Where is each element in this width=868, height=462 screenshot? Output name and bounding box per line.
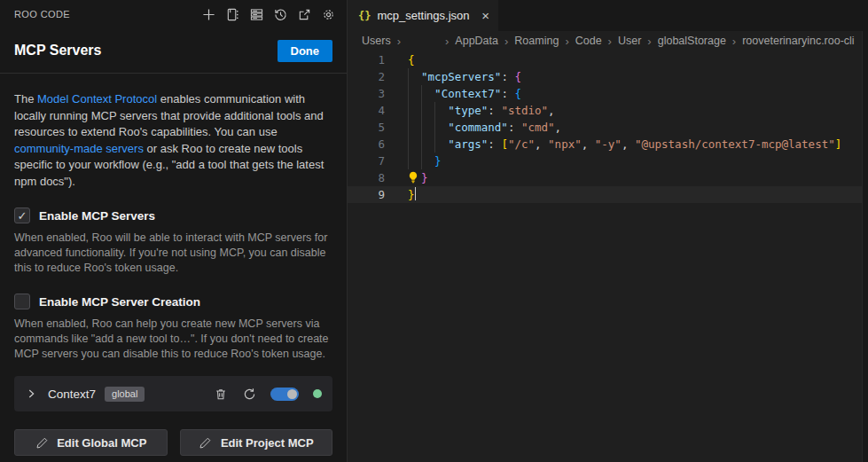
edit-project-mcp-button[interactable]: Edit Project MCP [180, 429, 333, 456]
server-scope-badge: global [105, 387, 145, 402]
breadcrumb-item[interactable]: User [618, 35, 641, 47]
code-token: : [501, 87, 514, 100]
server-enabled-toggle[interactable] [270, 388, 299, 401]
enable-mcp-creation-section: Enable MCP Server Creation When enabled,… [14, 294, 332, 362]
enable-mcp-servers-label: Enable MCP Servers [39, 209, 155, 223]
mcp-intro-text: The Model Context Protocol enables commu… [14, 91, 332, 190]
pencil-icon [35, 435, 49, 450]
breadcrumb-item[interactable]: Roaming [514, 35, 559, 47]
edit-global-label: Edit Global MCP [57, 436, 146, 450]
code-line-2[interactable]: 2 "mcpServers": { [348, 68, 868, 85]
edit-buttons-row: Edit Global MCP Edit Project MCP [14, 429, 332, 456]
roo-code-panel: ROO CODE MCP Servers Done The Model Cont… [0, 0, 347, 462]
code-token: } [434, 154, 442, 168]
line-number: 5 [348, 119, 385, 136]
delete-server-icon[interactable] [214, 387, 228, 401]
notebook-icon[interactable] [225, 7, 240, 22]
breadcrumb-item[interactable]: Users [362, 35, 391, 47]
indent-guide [408, 136, 409, 153]
code-token: ] [835, 137, 842, 151]
intro-link[interactable]: Model Context Protocol [37, 92, 157, 106]
breadcrumb-separator: › [397, 35, 401, 48]
header-divider [0, 73, 347, 74]
breadcrumb-separator: › [565, 35, 568, 48]
edit-global-mcp-button[interactable]: Edit Global MCP [14, 429, 168, 456]
server-name[interactable]: Context7 [48, 388, 96, 401]
code-line-8[interactable]: 8} [348, 169, 868, 186]
indent-guide [421, 153, 422, 169]
code-token: } [421, 171, 428, 184]
code-token [408, 104, 448, 117]
editor-group: {} mcp_settings.json × Users››AppData›Ro… [347, 0, 868, 462]
code-token: [ [501, 137, 508, 151]
line-number: 7 [348, 153, 385, 169]
edit-project-label: Edit Project MCP [221, 436, 314, 450]
breadcrumb-item[interactable]: rooveterinaryinc.roo-cli [742, 35, 854, 47]
line-number: 3 [348, 85, 385, 102]
chevron-right-icon[interactable] [25, 387, 39, 401]
breadcrumb-item[interactable]: globalStorage [658, 35, 726, 47]
breadcrumb-separator: › [608, 35, 612, 48]
code-line-7[interactable]: 7 } [348, 153, 868, 169]
code-token: "@upstash/context7-mcp@latest" [635, 137, 835, 151]
breadcrumb-separator: › [504, 35, 508, 48]
tab-filename: mcp_settings.json [377, 9, 469, 22]
panel-toolbar [201, 7, 336, 22]
enable-mcp-servers-section: ✓ Enable MCP Servers When enabled, Roo w… [14, 208, 332, 276]
code-token: { [514, 70, 521, 83]
code-token: , [582, 137, 595, 151]
code-lines[interactable]: 1{2 "mcpServers": {3 "Context7": {4 "typ… [348, 51, 868, 203]
code-token: "stdio" [501, 104, 548, 117]
enable-mcp-creation-label: Enable MCP Server Creation [39, 295, 200, 309]
gear-icon[interactable] [321, 7, 336, 22]
breadcrumb-item[interactable]: AppData [455, 35, 498, 47]
code-line-3[interactable]: 3 "Context7": { [348, 85, 868, 102]
indent-guide [434, 136, 435, 153]
history-icon[interactable] [273, 7, 288, 22]
editor-scrollbar[interactable] [862, 31, 868, 462]
line-number: 6 [348, 136, 385, 153]
indent-guide [421, 102, 422, 119]
breadcrumb: Users››AppData›Roaming›Code›User›globalS… [348, 31, 868, 51]
plus-icon[interactable] [201, 7, 216, 22]
breadcrumb-separator: › [445, 35, 449, 48]
indent-guide [408, 68, 409, 85]
tab-bar: {} mcp_settings.json × [348, 0, 868, 31]
vscode-window: ROO CODE MCP Servers Done The Model Cont… [0, 0, 868, 462]
code-line-6[interactable]: 6 "args": ["/c", "npx", "-y", "@upstash/… [348, 136, 868, 153]
breadcrumb-separator: › [647, 35, 651, 48]
code-line-4[interactable]: 4 "type": "stdio", [348, 102, 868, 119]
code-token: , [535, 137, 548, 151]
tab-mcp-settings-json[interactable]: {} mcp_settings.json × [348, 0, 498, 31]
code-token: : [488, 104, 501, 117]
indent-guide [408, 119, 409, 136]
title-row: MCP Servers Done [0, 28, 347, 73]
enable-mcp-servers-checkbox[interactable]: ✓ [14, 208, 30, 223]
done-button[interactable]: Done [278, 40, 333, 62]
code-token: { [514, 87, 521, 100]
open-external-icon[interactable] [297, 7, 312, 22]
code-line-5[interactable]: 5 "command": "cmd", [348, 119, 868, 136]
line-number: 4 [348, 102, 385, 119]
code-token: : [501, 70, 514, 83]
mcp-server-row-context7: Context7 global [14, 376, 332, 411]
restart-server-icon[interactable] [242, 387, 256, 401]
enable-mcp-creation-checkbox[interactable] [14, 294, 30, 309]
breadcrumb-item[interactable]: Code [575, 35, 602, 47]
code-line-9[interactable]: 9} [348, 186, 868, 203]
code-token: : [508, 121, 521, 134]
code-token: : [488, 137, 501, 151]
code-token: , [548, 104, 555, 117]
extension-title: ROO CODE [14, 9, 70, 20]
server-stack-icon[interactable] [249, 7, 264, 22]
code-token [408, 70, 421, 83]
intro-link[interactable]: community-made servers [14, 142, 144, 155]
code-token: "/c" [508, 137, 535, 151]
indent-guide [421, 136, 422, 153]
toggle-knob [287, 389, 297, 399]
code-token: { [408, 53, 415, 67]
code-token [408, 137, 448, 151]
code-line-1[interactable]: 1{ [348, 51, 868, 68]
code-token: "Context7" [434, 87, 501, 100]
close-tab-icon[interactable]: × [481, 9, 489, 22]
